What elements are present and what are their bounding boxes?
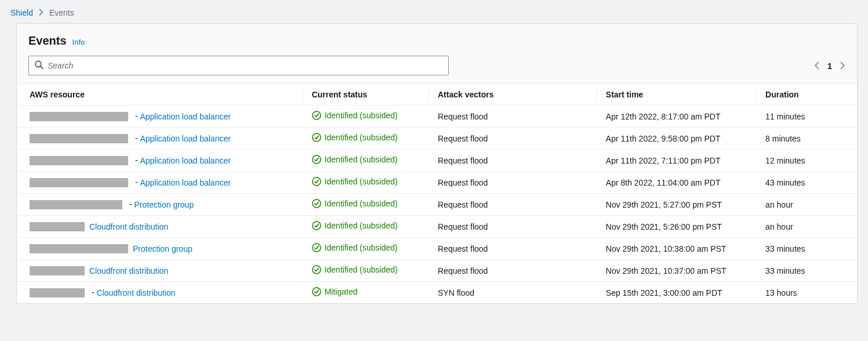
breadcrumb-current: Events xyxy=(49,8,74,17)
table-row: - Cloudfront distributionMitigatedSYN fl… xyxy=(17,282,857,304)
events-panel: Events Info 1 AWS resource Current statu… xyxy=(16,23,858,304)
table-row: Protection groupIdentified (subsided)Req… xyxy=(17,238,857,260)
status-badge: Identified (subsided) xyxy=(312,177,398,186)
table-row: - Application load balancerIdentified (s… xyxy=(17,172,857,194)
duration-cell: 12 minutes xyxy=(756,150,857,172)
table-row: - Protection groupIdentified (subsided)R… xyxy=(17,194,857,216)
resource-separator: - xyxy=(89,288,96,297)
toolbar: 1 xyxy=(17,53,857,84)
redacted-resource-id xyxy=(30,156,128,165)
resource-link[interactable]: Cloudfront distribution xyxy=(96,288,175,298)
svg-point-5 xyxy=(313,177,321,186)
breadcrumb: Shield Events xyxy=(0,0,868,23)
redacted-resource-id xyxy=(30,178,128,187)
breadcrumb-root-link[interactable]: Shield xyxy=(10,8,33,17)
svg-point-7 xyxy=(313,222,321,230)
resource-link[interactable]: Application load balancer xyxy=(140,134,230,143)
attack-vectors-cell: Request flood xyxy=(428,128,597,150)
status-text: Identified (subsided) xyxy=(325,155,398,164)
resource-link[interactable]: Application load balancer xyxy=(140,156,230,165)
status-text: Identified (subsided) xyxy=(325,221,398,230)
table-row: Cloudfront distributionIdentified (subsi… xyxy=(17,260,857,282)
chevron-right-icon xyxy=(39,8,43,17)
start-time-cell: Sep 15th 2021, 3:00:00 am PDT xyxy=(597,282,756,304)
resource-link[interactable]: Protection group xyxy=(133,244,193,253)
col-header-status[interactable]: Current status xyxy=(303,84,428,106)
start-time-cell: Nov 29th 2021, 10:37:00 am PST xyxy=(597,260,756,282)
start-time-cell: Nov 29th 2021, 5:27:00 pm PST xyxy=(597,194,756,216)
resource-separator: - xyxy=(133,111,140,121)
svg-point-8 xyxy=(313,244,321,252)
status-badge: Identified (subsided) xyxy=(312,155,398,164)
col-header-resource[interactable]: AWS resource xyxy=(17,84,303,106)
status-text: Identified (subsided) xyxy=(325,199,398,208)
resource-link[interactable]: Cloudfront distribution xyxy=(89,266,168,275)
attack-vectors-cell: Request flood xyxy=(428,150,597,172)
status-text: Identified (subsided) xyxy=(325,265,398,274)
col-header-vectors[interactable]: Attack vectors xyxy=(428,84,597,106)
pager-current-page: 1 xyxy=(827,61,832,71)
status-badge: Identified (subsided) xyxy=(312,243,398,252)
info-link[interactable]: Info xyxy=(72,38,85,46)
status-badge: Identified (subsided) xyxy=(312,265,398,274)
search-input[interactable] xyxy=(28,56,449,75)
col-header-start[interactable]: Start time xyxy=(597,84,756,106)
redacted-resource-id xyxy=(30,266,85,275)
duration-cell: 8 minutes xyxy=(756,128,857,150)
redacted-resource-id xyxy=(30,222,85,231)
svg-point-10 xyxy=(313,288,321,296)
redacted-resource-id xyxy=(30,288,85,298)
pager-next-button[interactable] xyxy=(840,61,845,70)
redacted-resource-id xyxy=(30,134,128,143)
resource-separator: - xyxy=(133,155,140,165)
search-wrap xyxy=(28,56,449,75)
status-text: Identified (subsided) xyxy=(325,133,398,142)
attack-vectors-cell: Request flood xyxy=(428,106,597,128)
attack-vectors-cell: Request flood xyxy=(428,260,597,282)
duration-cell: 13 hours xyxy=(756,282,857,304)
resource-separator: - xyxy=(133,177,140,187)
page-title: Events xyxy=(28,34,67,48)
svg-point-3 xyxy=(313,133,321,142)
duration-cell: 11 minutes xyxy=(756,106,857,128)
redacted-resource-id xyxy=(30,112,128,121)
table-row: Cloudfront distributionIdentified (subsi… xyxy=(17,216,857,238)
status-badge: Identified (subsided) xyxy=(312,133,398,142)
start-time-cell: Apr 11th 2022, 9:58:00 pm PDT xyxy=(597,128,756,150)
resource-link[interactable]: Cloudfront distribution xyxy=(89,222,168,231)
start-time-cell: Nov 29th 2021, 5:26:00 pm PST xyxy=(597,216,756,238)
duration-cell: 33 minutes xyxy=(756,260,857,282)
pager-prev-button[interactable] xyxy=(814,61,819,70)
resource-link[interactable]: Application load balancer xyxy=(140,112,230,121)
svg-point-6 xyxy=(313,199,321,208)
status-badge: Identified (subsided) xyxy=(312,111,398,120)
attack-vectors-cell: SYN flood xyxy=(428,282,597,304)
status-text: Mitigated xyxy=(325,287,358,296)
duration-cell: an hour xyxy=(756,216,857,238)
svg-point-2 xyxy=(313,111,321,119)
status-badge: Mitigated xyxy=(312,287,358,296)
svg-point-9 xyxy=(313,266,321,274)
start-time-cell: Nov 29th 2021, 10:38:00 am PST xyxy=(597,238,756,260)
attack-vectors-cell: Request flood xyxy=(428,216,597,238)
redacted-resource-id xyxy=(30,244,128,253)
status-text: Identified (subsided) xyxy=(325,243,398,252)
table-row: - Application load balancerIdentified (s… xyxy=(17,106,857,128)
resource-link[interactable]: Application load balancer xyxy=(140,178,230,187)
attack-vectors-cell: Request flood xyxy=(428,238,597,260)
status-badge: Identified (subsided) xyxy=(312,221,398,230)
col-header-duration[interactable]: Duration xyxy=(756,84,857,106)
status-badge: Identified (subsided) xyxy=(312,199,398,208)
attack-vectors-cell: Request flood xyxy=(428,172,597,194)
panel-header: Events Info xyxy=(17,24,857,53)
duration-cell: an hour xyxy=(756,194,857,216)
resource-link[interactable]: Protection group xyxy=(134,200,194,209)
attack-vectors-cell: Request flood xyxy=(428,194,597,216)
resource-separator: - xyxy=(133,133,140,143)
table-row: - Application load balancerIdentified (s… xyxy=(17,128,857,150)
svg-point-4 xyxy=(313,155,321,164)
duration-cell: 33 minutes xyxy=(756,238,857,260)
duration-cell: 43 minutes xyxy=(756,172,857,194)
events-table: AWS resource Current status Attack vecto… xyxy=(17,84,857,303)
start-time-cell: Apr 12th 2022, 8:17:00 am PDT xyxy=(597,106,756,128)
